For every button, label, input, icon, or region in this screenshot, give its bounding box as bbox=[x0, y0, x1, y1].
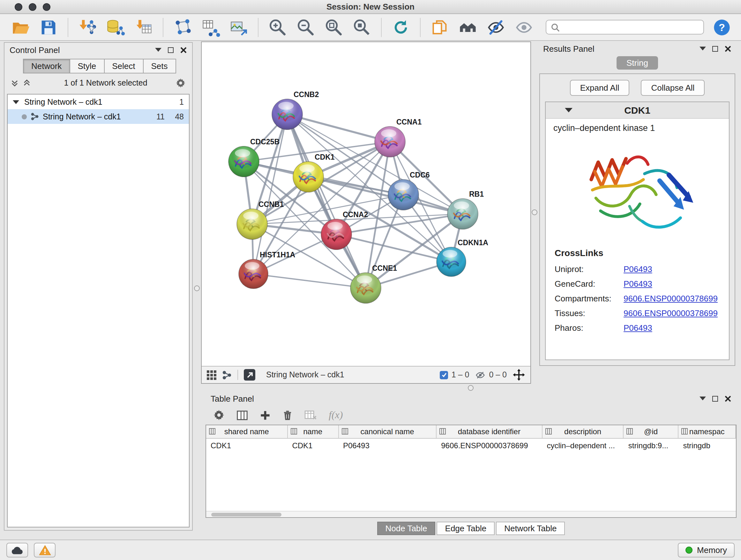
import-network-file-button[interactable] bbox=[77, 17, 98, 37]
memory-button[interactable]: Memory bbox=[678, 543, 735, 557]
node-CCNA1[interactable]: CCNA1 bbox=[375, 118, 421, 157]
column-header-database-identifier[interactable]: database identifier bbox=[436, 425, 542, 438]
zoom-out-button[interactable] bbox=[295, 17, 316, 37]
horizontal-scrollbar[interactable] bbox=[206, 511, 736, 517]
cloud-status-button[interactable] bbox=[6, 543, 28, 557]
collapse-section-icon[interactable] bbox=[565, 108, 572, 112]
panel-close-icon[interactable] bbox=[180, 46, 187, 53]
panel-close-icon[interactable] bbox=[724, 45, 731, 52]
crosslink-link[interactable]: P06493 bbox=[623, 323, 652, 333]
tab-edge-table[interactable]: Edge Table bbox=[437, 522, 495, 535]
delete-table-button[interactable] bbox=[305, 409, 317, 421]
column-header-description[interactable]: description bbox=[542, 425, 623, 438]
tree-expander-icon[interactable] bbox=[13, 100, 19, 104]
help-button[interactable]: ? bbox=[712, 17, 732, 37]
network-canvas[interactable]: CCNB2CCNA1CDC25BCDK1CDC6RB1CCNB1CCNA2CDK… bbox=[202, 42, 530, 366]
save-session-button[interactable] bbox=[38, 17, 59, 37]
node-CCNB2[interactable]: CCNB2 bbox=[272, 90, 319, 130]
table-row[interactable]: CDK1 CDK1 P06493 9606.ENSP00000378699 cy… bbox=[206, 439, 736, 452]
expand-all-button[interactable]: Expand All bbox=[570, 80, 630, 96]
tab-network-table[interactable]: Network Table bbox=[496, 522, 565, 535]
tab-select[interactable]: Select bbox=[104, 59, 143, 73]
splitter-handle[interactable] bbox=[532, 209, 537, 215]
collapse-all-icon[interactable] bbox=[11, 79, 18, 87]
new-table-button[interactable] bbox=[200, 17, 221, 37]
panel-menu-icon[interactable] bbox=[699, 396, 706, 400]
crosslink-link[interactable]: 9606.ENSP00000378699 bbox=[623, 308, 718, 318]
pan-tool-icon[interactable] bbox=[513, 368, 525, 381]
show-columns-button[interactable] bbox=[236, 409, 248, 421]
cell[interactable]: CDK1 bbox=[287, 441, 339, 450]
home-button[interactable] bbox=[458, 17, 478, 37]
close-window-button[interactable] bbox=[15, 3, 22, 10]
gear-icon[interactable] bbox=[176, 78, 186, 88]
results-panel-header: Results Panel bbox=[538, 42, 737, 56]
cell[interactable]: stringdb bbox=[678, 441, 736, 450]
duplicate-page-button[interactable] bbox=[429, 17, 450, 37]
zoom-selected-button[interactable] bbox=[352, 17, 372, 37]
edge-CCNB2-CCNE1[interactable] bbox=[287, 114, 366, 288]
zoom-in-button[interactable] bbox=[267, 17, 288, 37]
network-list-icon[interactable] bbox=[222, 370, 232, 380]
splitter-handle[interactable] bbox=[468, 385, 474, 391]
column-header-name[interactable]: name bbox=[287, 425, 339, 438]
panel-float-icon[interactable] bbox=[712, 46, 718, 51]
collapse-all-button[interactable]: Collapse All bbox=[641, 80, 705, 96]
grid-view-icon[interactable] bbox=[207, 370, 216, 380]
column-header-id[interactable]: @id bbox=[624, 425, 679, 438]
tab-style[interactable]: Style bbox=[69, 59, 105, 73]
crosslink-label: GeneCard: bbox=[555, 279, 623, 289]
function-builder-button[interactable]: f(x) bbox=[329, 409, 343, 421]
export-image-button[interactable] bbox=[228, 17, 249, 37]
column-header-shared-name[interactable]: shared name bbox=[206, 425, 287, 438]
column-header-namespace[interactable]: namespac bbox=[678, 425, 736, 438]
panel-float-icon[interactable] bbox=[168, 47, 174, 53]
scrollbar-thumb[interactable] bbox=[211, 513, 281, 516]
edge-HIST1H1A-CCNE1[interactable] bbox=[253, 274, 366, 288]
network-table-icon bbox=[201, 17, 220, 37]
delete-column-button[interactable] bbox=[282, 410, 293, 421]
import-network-database-button[interactable] bbox=[105, 17, 126, 37]
table-settings-button[interactable] bbox=[213, 409, 225, 421]
panel-menu-icon[interactable] bbox=[699, 47, 706, 51]
expand-all-icon[interactable] bbox=[23, 79, 30, 87]
open-in-window-button[interactable] bbox=[244, 369, 255, 381]
splitter-handle[interactable] bbox=[194, 286, 200, 291]
hide-results-button[interactable] bbox=[486, 17, 506, 37]
crosslink-link[interactable]: P06493 bbox=[623, 279, 652, 289]
apply-layout-button[interactable] bbox=[391, 17, 411, 37]
warnings-button[interactable] bbox=[34, 543, 56, 557]
cell[interactable]: stringdb:9... bbox=[624, 441, 679, 450]
crosslink-link[interactable]: 9606.ENSP00000378699 bbox=[623, 294, 718, 303]
crosslink-link[interactable]: P06493 bbox=[623, 264, 652, 274]
panel-menu-icon[interactable] bbox=[155, 48, 161, 52]
protein-header[interactable]: CDK1 bbox=[546, 102, 729, 119]
column-header-canonical-name[interactable]: canonical name bbox=[339, 425, 436, 438]
panel-float-icon[interactable] bbox=[712, 395, 718, 401]
node-RB1[interactable]: RB1 bbox=[448, 190, 484, 229]
network-row[interactable]: String Network – cdk1 11 48 bbox=[8, 109, 189, 124]
cell[interactable]: CDK1 bbox=[206, 441, 287, 450]
search-input[interactable] bbox=[563, 23, 699, 32]
tab-network[interactable]: Network bbox=[23, 59, 70, 73]
tab-sets[interactable]: Sets bbox=[143, 59, 176, 73]
open-session-button[interactable] bbox=[10, 17, 30, 37]
minimize-window-button[interactable] bbox=[29, 3, 37, 10]
crosslink-label: Pharos: bbox=[555, 323, 623, 333]
show-results-button[interactable] bbox=[514, 17, 534, 37]
node-CDK1[interactable]: CDK1 bbox=[293, 153, 335, 192]
cell[interactable]: 9606.ENSP00000378699 bbox=[436, 441, 542, 450]
node-HIST1H1A[interactable]: HIST1H1A bbox=[239, 251, 295, 289]
import-table-button[interactable] bbox=[133, 17, 154, 37]
panel-close-icon[interactable] bbox=[724, 395, 731, 402]
maximize-window-button[interactable] bbox=[43, 3, 51, 10]
network-collection-row[interactable]: String Network – cdk1 1 bbox=[8, 95, 189, 109]
cell[interactable]: cyclin–dependent ... bbox=[542, 441, 623, 450]
tab-string[interactable]: String bbox=[616, 56, 658, 70]
cell[interactable]: P06493 bbox=[339, 441, 436, 450]
tab-node-table[interactable]: Node Table bbox=[377, 522, 435, 535]
node-CDKN1A[interactable]: CDKN1A bbox=[436, 239, 488, 276]
fit-content-button[interactable] bbox=[324, 17, 344, 37]
new-network-button[interactable] bbox=[172, 17, 193, 37]
create-column-button[interactable] bbox=[260, 410, 271, 421]
